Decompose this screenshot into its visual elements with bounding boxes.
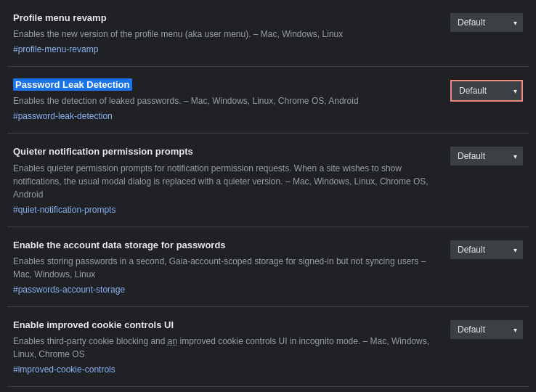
an-highlight: an [168,336,177,346]
flag-link[interactable]: #password-leak-detection [13,111,113,121]
flag-title: Enable improved cookie controls UI [13,319,436,332]
flag-description: Enables storing passwords in a second, G… [13,255,436,281]
flag-item: Enable the account data storage for pass… [7,227,529,307]
dropdown-wrapper: DefaultEnabledDisabled▾ [450,240,523,259]
dropdown-wrapper: DefaultEnabledDisabled▾ [450,80,523,102]
flag-dropdown[interactable]: DefaultEnabledDisabled [450,147,523,166]
flag-title: Enable the account data storage for pass… [13,239,436,252]
flag-dropdown[interactable]: DefaultEnabledDisabled [450,80,523,102]
flag-dropdown[interactable]: DefaultEnabledDisabled [450,13,523,32]
flag-content: Password Leak DetectionEnables the detec… [13,78,450,121]
flag-control: DefaultEnabledDisabled▾ [450,239,523,259]
flag-item: Quieter notification permission promptsE… [7,134,529,226]
flag-link[interactable]: #quiet-notification-prompts [13,205,115,215]
flag-description: Enables quieter permission prompts for n… [13,162,436,201]
flag-title: Quieter notification permission prompts [13,145,436,158]
flag-item: Profile menu revampEnables the new versi… [7,0,529,67]
flag-control: DefaultEnabledDisabled▾ [450,319,523,339]
flag-content: Enable the account data storage for pass… [13,239,450,295]
flag-title: Profile menu revamp [13,12,436,25]
flag-content: Quieter notification permission promptsE… [13,145,450,214]
flag-control: DefaultEnabledDisabled▾ [450,78,523,102]
flag-item: Enable improved cookie controls UIEnable… [7,307,529,387]
flag-content: Enable improved cookie controls UIEnable… [13,319,450,375]
flag-title: Password Leak Detection [13,78,436,91]
flag-control: DefaultEnabledDisabled▾ [450,12,523,32]
flag-description: Enables the new version of the profile m… [13,28,436,41]
dropdown-wrapper: DefaultEnabledDisabled▾ [450,13,523,32]
flag-description: Enables the detection of leaked password… [13,94,436,107]
flags-list: Profile menu revampEnables the new versi… [0,0,536,387]
flag-item: Password Leak DetectionEnables the detec… [7,67,529,134]
flag-link[interactable]: #profile-menu-revamp [13,44,98,54]
flag-link[interactable]: #passwords-account-storage [13,285,125,295]
flag-dropdown[interactable]: DefaultEnabledDisabled [450,320,523,339]
flag-description: Enables third-party cookie blocking and … [13,335,436,361]
flag-dropdown[interactable]: DefaultEnabledDisabled [450,240,523,259]
dropdown-wrapper: DefaultEnabledDisabled▾ [450,320,523,339]
flag-title-highlighted: Password Leak Detection [13,78,132,91]
flag-link[interactable]: #improved-cookie-controls [13,364,115,375]
flag-control: DefaultEnabledDisabled▾ [450,145,523,166]
flag-content: Profile menu revampEnables the new versi… [13,12,450,54]
dropdown-wrapper: DefaultEnabledDisabled▾ [450,147,523,166]
